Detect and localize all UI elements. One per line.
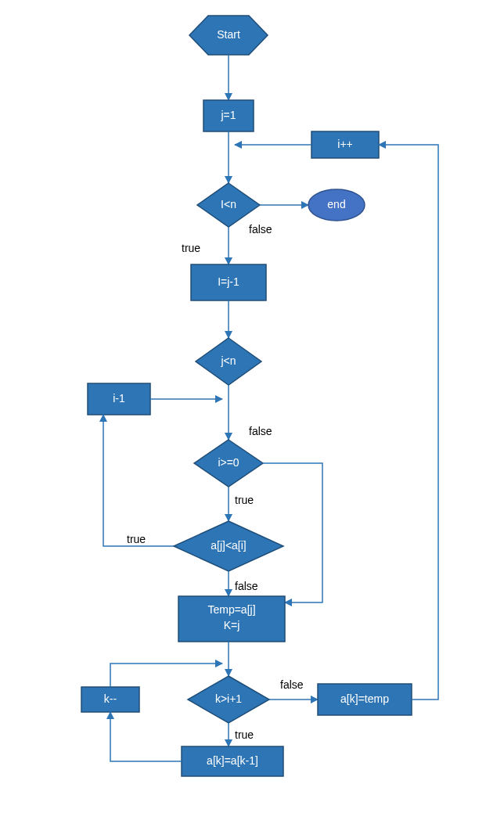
label-i-minus-1: i-1: [113, 392, 125, 405]
label-start: Start: [217, 28, 240, 41]
label-In-false: false: [249, 223, 272, 236]
edge-ige0-false: [263, 463, 322, 602]
label-kdec: k--: [104, 692, 117, 705]
label-end: end: [327, 198, 345, 210]
label-cond-kgt: k>i+1: [215, 692, 242, 705]
edge-ajai-true: [103, 415, 174, 546]
label-In-true: true: [182, 242, 200, 254]
label-cond-jn: j<n: [220, 354, 236, 367]
label-cond-aj-ai: a[j]<a[i]: [211, 539, 247, 552]
label-jn-false: false: [249, 425, 272, 437]
label-ak-temp: a[k]=temp: [340, 692, 389, 705]
label-ajai-false: false: [235, 580, 258, 592]
label-init-j: j=1: [220, 109, 236, 121]
edge-akkm1-to-kdec: [110, 712, 182, 761]
label-kgt-true: true: [235, 728, 254, 741]
label-temp-2: K=j: [224, 619, 240, 631]
label-ak-km1: a[k]=a[k-1]: [207, 754, 258, 767]
label-inc-i: i++: [337, 138, 352, 150]
label-kgt-false: false: [280, 678, 304, 691]
label-ige0-true: true: [235, 494, 254, 506]
edge-kdec-loop: [110, 664, 222, 687]
edge-aktemp-to-inci: [379, 145, 438, 700]
label-assign-Ij: I=j-1: [218, 275, 239, 288]
label-cond-ige0: i>=0: [218, 456, 239, 469]
flowchart-canvas: Start j=1 i++ I<n false end true I=j-1 j…: [0, 0, 504, 820]
label-temp-1: Temp=a[j]: [207, 603, 255, 616]
label-ajai-true: true: [127, 533, 146, 545]
label-cond-In: I<n: [221, 198, 236, 210]
